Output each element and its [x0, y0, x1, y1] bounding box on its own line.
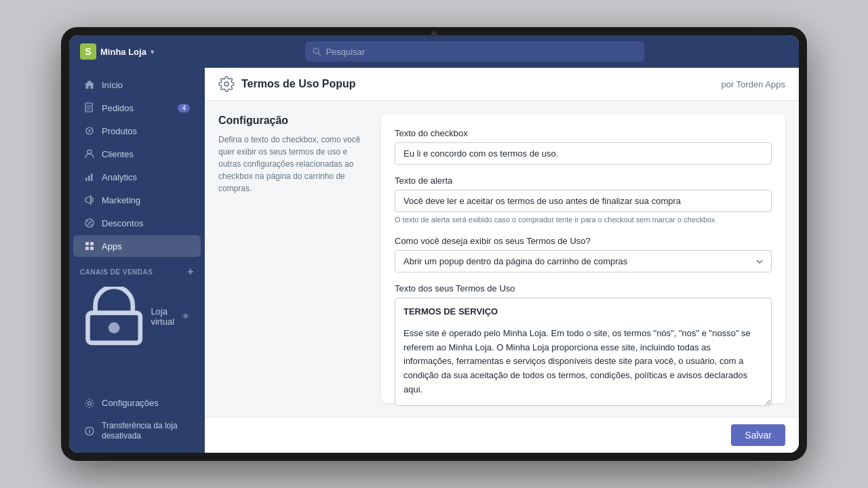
- terms-heading: TERMOS DE SERVIÇO: [403, 305, 763, 319]
- svg-rect-12: [91, 198, 93, 202]
- checkbox-input[interactable]: [395, 142, 772, 165]
- sidebar-label-transferencia: Transferência da loja desativada: [102, 421, 190, 442]
- store-name: Minha Loja: [100, 47, 146, 57]
- sidebar-label-pedidos: Pedidos: [102, 103, 134, 113]
- svg-point-26: [89, 429, 90, 430]
- sidebar-item-configuracoes[interactable]: Configurações: [73, 392, 201, 414]
- sidebar-label-produtos: Produtos: [102, 126, 137, 136]
- sidebar-label-descontos: Descontos: [102, 218, 143, 228]
- orders-badge: 4: [178, 104, 190, 113]
- analytics-icon: [84, 171, 95, 182]
- sidebar-item-loja-virtual[interactable]: Loja virtual 👁: [73, 281, 201, 352]
- settings-icon: [84, 398, 95, 409]
- footer-bar: Salvar: [205, 417, 799, 453]
- svg-point-15: [87, 221, 89, 222]
- sidebar-item-descontos[interactable]: Descontos: [73, 212, 201, 234]
- top-nav: S Minha Loja ▾ Pesquisar: [69, 35, 799, 68]
- display-form-group: Como você deseja exibir os seus Termos d…: [395, 236, 772, 272]
- content-area: Termos de Uso Popup por Torden Apps Conf…: [205, 68, 799, 453]
- checkbox-label: Texto do checkbox: [395, 128, 772, 138]
- apps-icon: [84, 241, 95, 251]
- sidebar-item-marketing[interactable]: Marketing: [73, 189, 201, 211]
- svg-rect-11: [91, 174, 93, 181]
- tablet-frame: S Minha Loja ▾ Pesquisar: [61, 27, 807, 461]
- store-logo[interactable]: S Minha Loja ▾: [80, 43, 154, 60]
- form-panel: Texto do checkbox Texto de alerta O text…: [381, 115, 785, 403]
- sidebar-item-analytics[interactable]: Analytics: [73, 166, 201, 188]
- alert-form-group: Texto de alerta O texto de alerta será e…: [395, 176, 772, 225]
- sidebar-label-analytics: Analytics: [102, 172, 137, 182]
- terms-textarea-container[interactable]: TERMOS DE SERVIÇO Esse site é operado pe…: [395, 298, 772, 406]
- display-select[interactable]: Abrir um popup dentro da página do carri…: [395, 250, 772, 272]
- alert-help-text: O texto de alerta será exibido caso o co…: [395, 215, 772, 225]
- sidebar-item-clientes[interactable]: Clientes: [73, 143, 201, 165]
- alert-input[interactable]: [395, 190, 772, 212]
- sales-channels-label: CANAIS DE VENDAS: [80, 268, 153, 276]
- sidebar-item-pedidos[interactable]: Pedidos 4: [73, 97, 201, 119]
- store-icon: [84, 287, 144, 346]
- sidebar-item-produtos[interactable]: Produtos: [73, 120, 201, 142]
- display-label: Como você deseja exibir os seus Termos d…: [395, 236, 772, 246]
- search-icon: [312, 47, 321, 56]
- checkbox-form-group: Texto do checkbox: [395, 128, 772, 165]
- svg-line-1: [319, 53, 321, 55]
- alert-label: Texto de alerta: [395, 176, 772, 186]
- discounts-icon: [84, 218, 95, 228]
- sidebar-item-apps[interactable]: Apps: [73, 235, 201, 257]
- svg-point-27: [224, 82, 229, 86]
- home-icon: [84, 79, 95, 90]
- terms-form-group: Texto dos seus Termos de Uso TERMOS DE S…: [395, 283, 772, 406]
- svg-rect-9: [85, 178, 87, 181]
- tablet-camera: [431, 31, 437, 37]
- sidebar-item-transferencia[interactable]: Transferência da loja desativada: [73, 415, 201, 447]
- sidebar-label-configuracoes: Configurações: [102, 398, 159, 408]
- loja-virtual-label: Loja virtual: [151, 306, 175, 327]
- svg-point-16: [91, 224, 92, 226]
- clients-icon: [84, 148, 95, 159]
- svg-point-23: [88, 401, 92, 405]
- info-icon: [84, 426, 95, 436]
- search-bar[interactable]: Pesquisar: [305, 41, 644, 62]
- terms-label: Texto dos seus Termos de Uso: [395, 283, 772, 293]
- orders-icon: [84, 102, 95, 113]
- main-layout: Início Pedidos 4: [69, 68, 799, 453]
- svg-point-8: [87, 150, 92, 154]
- svg-rect-19: [85, 247, 89, 250]
- config-panel: Configuração Defina o texto do checkbox,…: [218, 115, 368, 403]
- by-text: por Torden Apps: [722, 79, 785, 89]
- add-channel-button[interactable]: +: [187, 266, 194, 278]
- config-description: Defina o texto do checkbox, como você qu…: [218, 134, 368, 195]
- eye-icon[interactable]: 👁: [182, 312, 190, 321]
- search-placeholder: Pesquisar: [326, 47, 365, 57]
- tablet-screen: S Minha Loja ▾ Pesquisar: [69, 35, 799, 453]
- svg-rect-18: [90, 242, 94, 245]
- svg-rect-17: [85, 242, 89, 245]
- products-icon: [84, 125, 95, 136]
- page-header: Termos de Uso Popup por Torden Apps: [205, 68, 799, 101]
- marketing-icon: [84, 195, 95, 205]
- sidebar: Início Pedidos 4: [69, 68, 205, 453]
- sales-channels-header: CANAIS DE VENDAS +: [69, 258, 205, 281]
- page-gear-icon: [218, 76, 235, 92]
- sidebar-item-inicio[interactable]: Início: [73, 74, 201, 96]
- svg-rect-20: [90, 247, 94, 250]
- save-button[interactable]: Salvar: [731, 424, 785, 446]
- content-scroll: Configuração Defina o texto do checkbox,…: [205, 101, 799, 417]
- sidebar-label-clientes: Clientes: [102, 149, 134, 159]
- shopify-icon: S: [80, 43, 96, 60]
- terms-body: Esse site é operado pelo Minha Loja. Em …: [403, 327, 763, 397]
- page-title-area: Termos de Uso Popup: [218, 76, 356, 92]
- sidebar-label-inicio: Início: [102, 80, 123, 90]
- svg-point-7: [88, 129, 91, 132]
- chevron-down-icon: ▾: [151, 48, 154, 56]
- sidebar-label-marketing: Marketing: [102, 195, 140, 205]
- svg-point-22: [108, 322, 120, 333]
- svg-rect-10: [88, 176, 90, 181]
- sidebar-label-apps: Apps: [102, 241, 122, 251]
- page-title: Termos de Uso Popup: [241, 78, 356, 90]
- config-title: Configuração: [218, 115, 368, 127]
